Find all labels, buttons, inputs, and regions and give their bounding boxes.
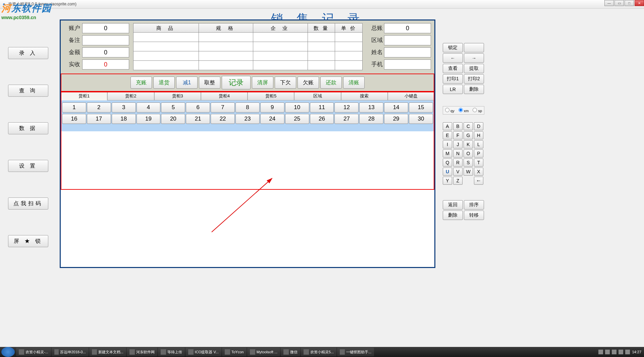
input-received[interactable]	[82, 59, 129, 70]
btn-view[interactable]: 查看	[443, 64, 463, 73]
num-button-14[interactable]: 14	[384, 102, 408, 113]
grid-row[interactable]	[133, 61, 363, 70]
letter-key-C[interactable]: C	[464, 122, 473, 130]
num-button-25[interactable]: 25	[285, 114, 309, 124]
input-account[interactable]	[82, 23, 129, 33]
letter-key-I[interactable]: I	[443, 140, 452, 148]
btn-debt[interactable]: 欠账	[298, 77, 319, 89]
nav-input[interactable]: 录 入	[8, 47, 48, 59]
num-button-22[interactable]: 22	[211, 114, 235, 124]
taskbar-item[interactable]: 农资小精灵-...	[16, 348, 51, 356]
num-button-28[interactable]: 28	[359, 114, 383, 124]
btn-print2[interactable]: 打印2	[464, 74, 484, 84]
letter-key-H[interactable]: H	[474, 131, 483, 139]
taskbar-item[interactable]: 一键抠图助手...	[337, 348, 374, 356]
grid-row[interactable]	[133, 51, 363, 61]
btn-back[interactable]: 返回	[443, 200, 463, 210]
btn-return[interactable]: 退货	[153, 77, 175, 89]
num-button-20[interactable]: 20	[161, 114, 185, 124]
letter-key-F[interactable]: F	[453, 131, 463, 139]
num-button-8[interactable]: 8	[235, 102, 260, 113]
letter-key-E[interactable]: E	[443, 131, 452, 139]
btn-recharge[interactable]: 充账	[130, 77, 152, 89]
tab-cabinet4[interactable]: 货柜4	[201, 92, 248, 100]
num-button-21[interactable]: 21	[186, 114, 210, 124]
btn-extract[interactable]: 提取	[464, 64, 484, 73]
minimize-button[interactable]: —	[604, 0, 614, 6]
radio-xm[interactable]: xm	[459, 108, 469, 113]
btn-blank[interactable]	[464, 43, 484, 52]
input-region[interactable]	[384, 35, 431, 45]
letter-key-Q[interactable]: Q	[443, 159, 452, 167]
tray-icon[interactable]	[612, 350, 616, 354]
taskbar-item[interactable]: 河东软件网	[127, 348, 157, 356]
letter-key-O[interactable]: O	[464, 149, 473, 158]
taskbar-item[interactable]: 等待上传	[158, 348, 185, 356]
num-button-29[interactable]: 29	[384, 114, 408, 124]
letter-key-D[interactable]: D	[474, 122, 483, 130]
backspace-key[interactable]: ←	[474, 177, 483, 185]
close-button[interactable]: ✕	[635, 0, 644, 6]
num-button-10[interactable]: 10	[285, 102, 309, 113]
num-button-15[interactable]: 15	[409, 102, 433, 113]
input-remark[interactable]	[82, 35, 129, 45]
btn-transfer[interactable]: 转移	[464, 211, 484, 220]
restore-button[interactable]: ▭	[614, 0, 624, 6]
letter-key-T[interactable]: T	[474, 159, 483, 167]
radio-sp[interactable]: sp	[473, 108, 482, 113]
num-button-23[interactable]: 23	[235, 114, 260, 124]
tray-icon[interactable]	[625, 350, 630, 354]
num-button-13[interactable]: 13	[359, 102, 383, 113]
letter-key-P[interactable]: P	[474, 149, 483, 158]
btn-minus1[interactable]: 减1	[176, 77, 198, 89]
input-total[interactable]	[384, 23, 431, 33]
taskbar-item[interactable]: ICO提取器 V...	[185, 348, 221, 356]
num-button-24[interactable]: 24	[260, 114, 284, 124]
tab-cabinet2[interactable]: 货柜2	[107, 92, 154, 100]
letter-key-G[interactable]: G	[464, 131, 473, 139]
clock[interactable]: 14:27	[632, 350, 641, 354]
nav-scan[interactable]: 点我扫码	[8, 197, 48, 210]
btn-round[interactable]: 取整	[199, 77, 220, 89]
taskbar-item[interactable]: Mytoolsoft ...	[247, 348, 280, 356]
nav-settings[interactable]: 设 置	[8, 160, 48, 172]
btn-print1[interactable]: 打印1	[443, 74, 463, 84]
letter-key-J[interactable]: J	[453, 140, 463, 148]
btn-delete[interactable]: 删除	[464, 85, 484, 94]
btn-owe[interactable]: 下欠	[275, 77, 296, 89]
letter-key-U[interactable]: U	[443, 168, 452, 176]
num-button-5[interactable]: 5	[161, 102, 185, 113]
letter-key-L[interactable]: L	[474, 140, 483, 148]
num-button-30[interactable]: 30	[409, 114, 433, 124]
start-button[interactable]	[1, 347, 15, 357]
tab-cabinet3[interactable]: 货柜3	[154, 92, 201, 100]
num-button-26[interactable]: 26	[310, 114, 334, 124]
letter-key-Y[interactable]: Y	[443, 177, 452, 185]
num-button-19[interactable]: 19	[137, 114, 161, 124]
btn-del2[interactable]: 删除	[443, 211, 463, 220]
num-button-17[interactable]: 17	[87, 114, 111, 124]
taskbar-item[interactable]: ToYcon	[222, 348, 247, 356]
grid-row[interactable]	[133, 33, 363, 42]
radio-qy[interactable]: qy	[445, 108, 454, 113]
tab-cabinet5[interactable]: 货柜5	[248, 92, 294, 100]
input-amount[interactable]	[82, 47, 129, 57]
letter-key-X[interactable]: X	[474, 168, 483, 176]
btn-clear[interactable]: 清屏	[252, 77, 273, 89]
taskbar-item[interactable]: 微信	[281, 348, 300, 356]
tab-region[interactable]: 区域	[294, 92, 341, 100]
taskbar-item[interactable]: 农资小精灵5...	[301, 348, 336, 356]
letter-key-B[interactable]: B	[453, 122, 463, 130]
num-button-1[interactable]: 1	[62, 102, 86, 113]
btn-lock[interactable]: 锁定	[443, 43, 463, 52]
maximize-button[interactable]: □	[625, 0, 634, 6]
num-button-27[interactable]: 27	[334, 114, 359, 124]
nav-data[interactable]: 数 据	[8, 122, 48, 134]
letter-key-W[interactable]: W	[464, 168, 473, 176]
num-button-11[interactable]: 11	[310, 102, 334, 113]
letter-key-R[interactable]: R	[453, 159, 463, 167]
num-button-2[interactable]: 2	[87, 102, 111, 113]
input-phone[interactable]	[384, 59, 431, 70]
tray-icon[interactable]	[605, 350, 610, 354]
letter-key-M[interactable]: M	[443, 149, 452, 158]
